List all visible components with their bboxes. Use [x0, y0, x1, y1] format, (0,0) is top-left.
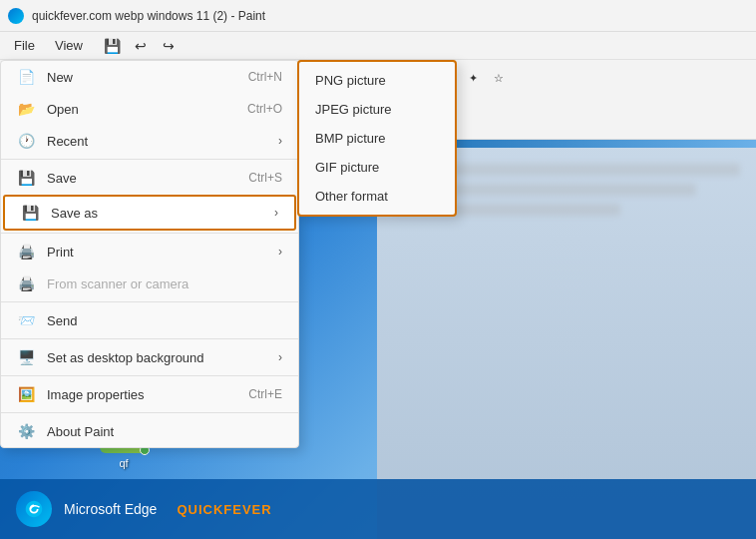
properties-label: Image properties [47, 387, 236, 402]
open-icon: 📂 [17, 100, 35, 118]
submenu-bmp[interactable]: BMP picture [299, 124, 455, 153]
desktop-icon-label: qf [119, 457, 128, 469]
title-bar: quickfever.com webp windows 11 (2) - Pai… [0, 0, 756, 32]
menu-item-about[interactable]: ⚙️ About Paint [1, 415, 298, 447]
saveas-submenu: PNG picture JPEG picture BMP picture GIF… [297, 60, 457, 217]
undo-button[interactable]: ↩ [129, 34, 153, 58]
menu-item-scanner: 🖨️ From scanner or camera [1, 268, 298, 299]
new-shortcut: Ctrl+N [248, 70, 282, 84]
saveas-icon: 💾 [21, 204, 39, 222]
browser-name: Microsoft Edge [64, 501, 157, 517]
star-tool[interactable]: ☆ [487, 67, 511, 91]
save-shortcut: Ctrl+S [248, 171, 282, 185]
menu-item-recent[interactable]: 🕐 Recent › [1, 125, 298, 157]
recent-arrow: › [278, 134, 282, 148]
open-shortcut: Ctrl+O [247, 102, 282, 116]
print-arrow: › [278, 245, 282, 259]
menu-divider-6 [1, 412, 298, 413]
menu-divider-4 [1, 338, 298, 339]
save-label: Save [47, 171, 236, 186]
new-icon: 📄 [17, 68, 35, 86]
menu-item-print[interactable]: 🖨️ Print › [1, 236, 298, 268]
saveas-arrow: › [274, 206, 278, 220]
recent-icon: 🕐 [17, 132, 35, 150]
submenu-other[interactable]: Other format [299, 182, 455, 211]
submenu-gif[interactable]: GIF picture [299, 153, 455, 182]
print-label: Print [47, 245, 266, 260]
edge-icon [16, 491, 52, 527]
desktop-bg-icon: 🖥️ [17, 348, 35, 366]
send-icon: 📨 [17, 311, 35, 329]
redo-button[interactable]: ↪ [157, 34, 181, 58]
bottom-bar: Microsoft Edge QUICKFEVER [0, 479, 756, 539]
star4-tool[interactable]: ✦ [461, 67, 485, 91]
app-icon [8, 8, 24, 24]
scanner-icon: 🖨️ [17, 274, 35, 292]
brand-text: QUICKFEVER [177, 502, 271, 517]
menu-item-properties[interactable]: 🖼️ Image properties Ctrl+E [1, 378, 298, 410]
menu-file[interactable]: File [4, 34, 45, 57]
desktop-label: Set as desktop background [47, 350, 266, 365]
new-label: New [47, 70, 236, 85]
submenu-jpeg[interactable]: JPEG picture [299, 95, 455, 124]
menu-divider-5 [1, 375, 298, 376]
recent-label: Recent [47, 134, 266, 149]
save-qa-button[interactable]: 💾 [101, 34, 125, 58]
menu-item-send[interactable]: 📨 Send [1, 304, 298, 336]
properties-shortcut: Ctrl+E [248, 387, 282, 401]
file-menu-dropdown: 📄 New Ctrl+N 📂 Open Ctrl+O 🕐 Recent › 💾 … [0, 60, 299, 448]
scanner-label: From scanner or camera [47, 276, 282, 291]
quick-access-toolbar: 💾 ↩ ↪ [101, 34, 181, 58]
menu-item-save[interactable]: 💾 Save Ctrl+S [1, 162, 298, 194]
print-icon: 🖨️ [17, 243, 35, 261]
menu-divider-2 [1, 233, 298, 234]
desktop-arrow: › [278, 350, 282, 364]
save-icon: 💾 [17, 169, 35, 187]
menu-item-saveas[interactable]: 💾 Save as › [3, 195, 296, 231]
menu-item-open[interactable]: 📂 Open Ctrl+O [1, 93, 298, 125]
about-icon: ⚙️ [17, 422, 35, 440]
menu-item-new[interactable]: 📄 New Ctrl+N [1, 61, 298, 93]
saveas-label: Save as [51, 206, 262, 221]
properties-icon: 🖼️ [17, 385, 35, 403]
menu-divider-1 [1, 159, 298, 160]
about-label: About Paint [47, 424, 282, 439]
window-title: quickfever.com webp windows 11 (2) - Pai… [32, 9, 265, 23]
menu-item-desktop[interactable]: 🖥️ Set as desktop background › [1, 341, 298, 373]
menu-view[interactable]: View [45, 34, 93, 57]
submenu-png[interactable]: PNG picture [299, 66, 455, 95]
menu-bar: File View 💾 ↩ ↪ [0, 32, 756, 60]
menu-divider-3 [1, 301, 298, 302]
open-label: Open [47, 102, 235, 117]
send-label: Send [47, 313, 282, 328]
